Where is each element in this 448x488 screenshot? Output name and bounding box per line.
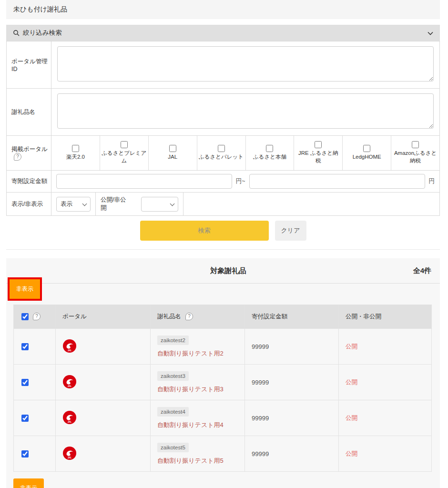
svg-text:JAL: JAL xyxy=(68,420,72,423)
portal-checkbox-group: 楽天2.0 ふるさとプレミアム JAL ふるさとパレット ふるさと本舗 JRE … xyxy=(51,136,439,170)
col-header-name: 謝礼品名? xyxy=(151,305,245,329)
jal-logo-icon: JAL xyxy=(62,383,77,390)
portal-id-label: ポータル管理ID xyxy=(7,41,51,89)
gift-code-badge: zaikotest4 xyxy=(157,407,189,417)
portal-option-palette[interactable]: ふるさとパレット xyxy=(197,136,245,170)
gift-name-label: 謝礼品名 xyxy=(7,89,51,136)
filter-accordion-header[interactable]: 絞り込み検索 xyxy=(6,25,440,41)
gift-amount: 99999 xyxy=(245,436,339,472)
portal-checkbox-amazon[interactable] xyxy=(412,141,419,148)
amount-mid-suffix: 円~ xyxy=(236,177,245,185)
table-row: JAL zaikotest5 自動割り振りテスト用5 99999 公開 xyxy=(14,436,432,472)
gift-name-link[interactable]: 自動割り振りテスト用4 xyxy=(157,421,238,429)
jal-logo-icon: JAL xyxy=(62,347,77,355)
search-button[interactable]: 検索 xyxy=(140,221,269,241)
table-row: JAL zaikotest3 自動割り振りテスト用3 99999 公開 xyxy=(14,365,432,400)
filter-form: ポータル管理ID 謝礼品名 掲載ポータル? 楽天2.0 ふるさとプレミアム JA… xyxy=(6,41,440,216)
portal-option-amazon[interactable]: Amazonふるさと納税 xyxy=(391,136,439,170)
results-title: 対象謝礼品 xyxy=(43,266,413,275)
gift-code-badge: zaikotest5 xyxy=(157,443,189,452)
portals-label: 掲載ポータル? xyxy=(7,136,51,171)
portal-option-honpo[interactable]: ふるさと本舗 xyxy=(245,136,294,170)
gift-code-badge: zaikotest3 xyxy=(157,371,189,381)
svg-text:JAL: JAL xyxy=(68,349,72,351)
col-header-amount: 寄付設定金額 xyxy=(245,305,339,329)
filter-row-portals: 掲載ポータル? 楽天2.0 ふるさとプレミアム JAL ふるさとパレット ふるさ… xyxy=(7,136,440,171)
filter-actions: 検索 クリア xyxy=(6,216,440,249)
table-row: JAL zaikotest2 自動割り振りテスト用2 99999 公開 xyxy=(14,329,432,365)
portal-checkbox-premium[interactable] xyxy=(121,141,128,148)
portal-checkbox-ledghome[interactable] xyxy=(363,145,370,152)
row-checkbox[interactable] xyxy=(21,343,29,350)
portal-checkbox-rakuten[interactable] xyxy=(72,145,79,152)
hide-button-top[interactable]: 非表示 xyxy=(10,279,40,299)
portal-checkbox-palette[interactable] xyxy=(218,145,225,152)
publish-select[interactable] xyxy=(141,197,178,212)
jal-logo-icon: JAL xyxy=(62,455,77,462)
col-header-portal: ポータル xyxy=(56,305,151,329)
hide-button-bottom[interactable]: 非表示 xyxy=(13,478,44,488)
gift-name-link[interactable]: 自動割り振りテスト用3 xyxy=(157,385,238,394)
search-icon xyxy=(13,30,20,37)
svg-text:JAL: JAL xyxy=(68,385,72,387)
filter-row-amount: 寄附設定金額 円~ 円 xyxy=(7,171,440,193)
amount-to-input[interactable] xyxy=(249,174,425,189)
filter-row-display: 表示/非表示 表示 公開/非公開 xyxy=(7,193,440,216)
clear-button[interactable]: クリア xyxy=(275,221,306,241)
results-table: ? ポータル 謝礼品名? 寄付設定金額 公開・非公開 JAL za xyxy=(13,305,432,472)
help-icon[interactable]: ? xyxy=(33,313,41,320)
publish-status-link[interactable]: 公開 xyxy=(346,415,357,421)
portal-option-premium[interactable]: ふるさとプレミアム xyxy=(100,136,148,170)
row-checkbox[interactable] xyxy=(21,415,29,422)
results-count: 全4件 xyxy=(413,266,431,275)
amount-end-suffix: 円 xyxy=(429,177,435,185)
portal-option-rakuten[interactable]: 楽天2.0 xyxy=(51,136,100,170)
amount-label: 寄附設定金額 xyxy=(7,171,51,193)
portal-option-jal[interactable]: JAL xyxy=(148,136,197,170)
results-header: 対象謝礼品 全4件 xyxy=(6,258,440,284)
svg-text:JAL: JAL xyxy=(68,456,72,458)
publish-status-link[interactable]: 公開 xyxy=(346,379,357,386)
publish-status-link[interactable]: 公開 xyxy=(346,343,357,350)
results-table-header-row: ? ポータル 謝礼品名? 寄付設定金額 公開・非公開 xyxy=(14,305,432,329)
amount-from-input[interactable] xyxy=(56,174,232,189)
filter-panel-title: 絞り込み検索 xyxy=(23,29,62,37)
portal-checkbox-honpo[interactable] xyxy=(266,145,273,152)
col-header-status: 公開・非公開 xyxy=(339,305,432,329)
results-section: 対象謝礼品 全4件 非表示 ? ポータル 謝礼品名? 寄付設定金額 公開・非公開 xyxy=(6,258,440,488)
help-icon[interactable]: ? xyxy=(185,313,193,320)
filter-row-portal-id: ポータル管理ID xyxy=(7,41,440,89)
gift-name-link[interactable]: 自動割り振りテスト用2 xyxy=(157,349,238,358)
portal-id-input[interactable] xyxy=(57,46,434,81)
annotation-highlight-box: 非表示 xyxy=(8,277,42,301)
table-row: JAL zaikotest4 自動割り振りテスト用4 99999 公開 xyxy=(14,400,432,436)
portal-option-ledghome[interactable]: LedgHOME xyxy=(342,136,391,170)
filter-row-gift-name: 謝礼品名 xyxy=(7,89,440,136)
portal-option-jre[interactable]: JRE ふるさと納税 xyxy=(294,136,342,170)
gift-name-link[interactable]: 自動割り振りテスト用5 xyxy=(157,457,238,465)
gift-amount: 99999 xyxy=(245,400,339,436)
select-all-checkbox[interactable] xyxy=(21,313,29,320)
row-checkbox[interactable] xyxy=(21,379,29,386)
page-title: 未ひも付け謝礼品 xyxy=(6,0,440,19)
row-checkbox[interactable] xyxy=(21,450,29,458)
display-label: 表示/非表示 xyxy=(7,193,51,216)
gift-name-input[interactable] xyxy=(57,93,434,129)
page-container: 未ひも付け謝礼品 絞り込み検索 ポータル管理ID 謝礼品名 掲載ポ xyxy=(6,0,440,488)
display-select[interactable]: 表示 xyxy=(56,197,91,212)
gift-code-badge: zaikotest2 xyxy=(157,336,189,345)
gift-amount: 99999 xyxy=(245,365,339,400)
jal-logo-icon: JAL xyxy=(62,419,77,426)
portal-checkbox-jre[interactable] xyxy=(315,141,322,148)
gift-amount: 99999 xyxy=(245,329,339,365)
publish-status-link[interactable]: 公開 xyxy=(346,450,357,457)
search-panel: 絞り込み検索 ポータル管理ID 謝礼品名 掲載ポータル? 楽 xyxy=(6,25,440,250)
publish-label: 公開/非公開 xyxy=(101,196,128,212)
help-icon[interactable]: ? xyxy=(14,153,21,161)
chevron-down-icon[interactable] xyxy=(428,30,433,37)
portal-checkbox-jal[interactable] xyxy=(169,145,176,152)
